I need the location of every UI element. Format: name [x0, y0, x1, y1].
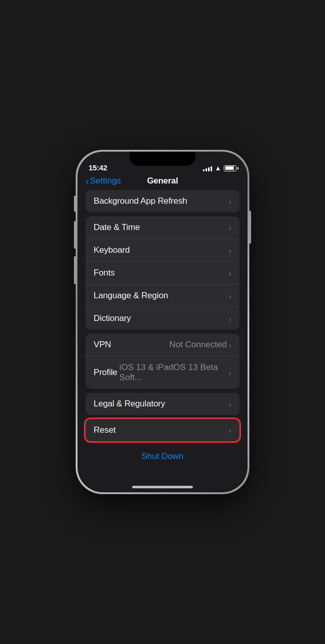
- section-datetime-group: Date & Time › Keyboard ›: [86, 216, 239, 330]
- label-shutdown: Shut Down: [141, 451, 183, 462]
- chevron-vpn: ›: [229, 341, 231, 349]
- volume-up-button[interactable]: [74, 221, 76, 249]
- back-label: Settings: [90, 176, 121, 186]
- screen-content: ‹ Settings General Background App Refres…: [77, 174, 248, 492]
- label-language-region: Language & Region: [94, 291, 168, 301]
- reset-section-wrapper: Reset ›: [86, 419, 239, 441]
- row-date-time[interactable]: Date & Time ›: [86, 216, 239, 239]
- wifi-icon: ▲: [215, 164, 221, 172]
- chevron-dictionary: ›: [229, 314, 231, 323]
- mute-button[interactable]: [74, 196, 76, 212]
- row-language-region[interactable]: Language & Region ›: [86, 285, 239, 307]
- row-background-app-refresh[interactable]: Background App Refresh ›: [86, 190, 239, 212]
- label-legal-regulatory: Legal & Regulatory: [94, 399, 165, 409]
- label-keyboard: Keyboard: [94, 245, 130, 255]
- row-legal-regulatory[interactable]: Legal & Regulatory ›: [86, 393, 239, 415]
- chevron-fonts: ›: [229, 269, 231, 278]
- section-legal: Legal & Regulatory ›: [86, 393, 239, 415]
- phone-frame: 15:42 ▲ ‹ Settings: [76, 150, 249, 494]
- nav-bar: ‹ Settings General: [77, 174, 248, 190]
- row-profile[interactable]: Profile iOS 13 & iPadOS 13 Beta Soft... …: [86, 356, 239, 389]
- volume-down-button[interactable]: [74, 256, 76, 284]
- back-button[interactable]: ‹ Settings: [86, 176, 121, 186]
- section-background-app-refresh: Background App Refresh ›: [86, 190, 239, 212]
- label-vpn: VPN: [94, 340, 111, 350]
- power-button[interactable]: [249, 211, 251, 244]
- row-reset[interactable]: Reset ›: [86, 419, 239, 441]
- label-dictionary: Dictionary: [94, 313, 131, 324]
- section-reset: Reset ›: [86, 419, 239, 441]
- status-icons: ▲: [203, 164, 236, 172]
- phone-screen: 15:42 ▲ ‹ Settings: [77, 152, 248, 492]
- chevron-background-app-refresh: ›: [229, 197, 231, 206]
- status-time: 15:42: [89, 163, 107, 172]
- label-fonts: Fonts: [94, 268, 115, 278]
- battery-icon: [224, 165, 236, 171]
- label-reset: Reset: [94, 425, 115, 435]
- back-chevron-icon: ‹: [86, 176, 89, 186]
- chevron-reset: ›: [229, 426, 231, 435]
- page-title: General: [147, 176, 178, 186]
- scroll-content[interactable]: Background App Refresh › Date & Time: [77, 190, 248, 492]
- chevron-language-region: ›: [229, 292, 231, 300]
- chevron-legal-regulatory: ›: [229, 400, 231, 408]
- value-vpn: Not Connected: [170, 340, 227, 350]
- row-shutdown[interactable]: Shut Down: [86, 445, 239, 468]
- value-profile: iOS 13 & iPadOS 13 Beta Soft...: [119, 362, 229, 383]
- row-dictionary[interactable]: Dictionary ›: [86, 307, 239, 330]
- row-keyboard[interactable]: Keyboard ›: [86, 239, 239, 262]
- row-vpn[interactable]: VPN Not Connected ›: [86, 334, 239, 356]
- signal-icon: [203, 165, 212, 171]
- chevron-profile: ›: [229, 369, 231, 377]
- home-indicator[interactable]: [132, 486, 193, 488]
- chevron-date-time: ›: [229, 223, 231, 232]
- row-fonts[interactable]: Fonts ›: [86, 262, 239, 285]
- label-date-time: Date & Time: [94, 222, 140, 233]
- notch: [130, 152, 195, 166]
- label-background-app-refresh: Background App Refresh: [94, 196, 187, 206]
- chevron-keyboard: ›: [229, 246, 231, 255]
- label-profile: Profile: [94, 367, 117, 378]
- section-vpn-profile: VPN Not Connected › Profile iOS 13 & iPa…: [86, 334, 239, 389]
